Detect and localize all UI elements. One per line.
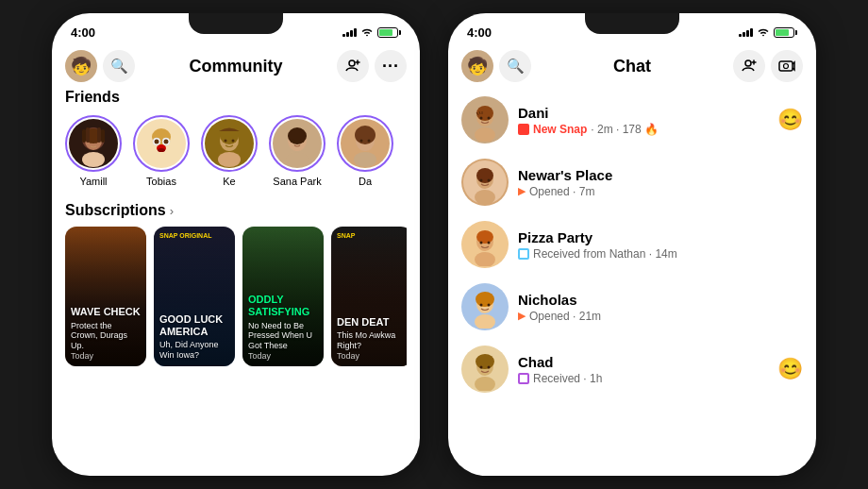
chat-name-dani: Dani [518, 105, 768, 121]
svg-rect-6 [97, 127, 101, 143]
search-button-left[interactable]: 🔍 [103, 50, 135, 82]
add-friend-icon [345, 59, 360, 74]
chat-item-dani[interactable]: Dani New Snap · 2m · 178 🔥 😊 [448, 89, 816, 151]
wifi-icon [360, 27, 374, 38]
svg-point-67 [488, 366, 491, 369]
chat-item-pizza[interactable]: Pizza Party Received from Nathan · 14m [448, 213, 816, 276]
friend-avatar-ring-yamill [65, 115, 122, 172]
subscriptions-arrow-icon: › [170, 204, 174, 218]
sub-card-title-2: GOOD LUCK AMERICA [159, 313, 229, 338]
more-dots-icon: ··· [382, 57, 399, 76]
header-actions-right [733, 50, 803, 82]
svg-point-60 [480, 304, 483, 307]
chat-info-nicholas: Nicholas ▶ Opened · 21m [518, 292, 803, 323]
community-content: Friends [52, 89, 420, 366]
more-button-left[interactable]: ··· [375, 50, 407, 82]
svg-point-10 [82, 152, 105, 167]
friend-avatar-ring-ke [201, 115, 258, 172]
sub-card-good-luck[interactable]: SNAP ORIGINAL GOOD LUCK AMERICA Uh, Did … [154, 227, 235, 366]
svg-point-47 [476, 168, 493, 183]
svg-point-61 [488, 304, 491, 307]
chat-preview-text-newars: Opened · 7m [529, 185, 594, 198]
add-friend-button-left[interactable] [337, 50, 369, 82]
blue-square-icon-pizza [518, 248, 529, 260]
svg-point-30 [286, 152, 309, 167]
chat-avatar-nicholas [461, 283, 509, 330]
sub-card-subtitle-2: Uh, Did Anyone Win Iowa? [159, 340, 229, 361]
sub-card-badge-4: SNAP [337, 232, 355, 239]
chat-preview-pizza: Received from Nathan · 14m [518, 247, 803, 261]
sub-card-oddly[interactable]: ODDLY SATISFYING No Need to Be Pressed W… [242, 227, 324, 366]
friend-avatar-tobias [137, 119, 186, 168]
svg-rect-7 [101, 129, 105, 143]
chat-emoji-dani: 😊 [777, 108, 803, 132]
user-avatar-right[interactable]: 🧒 [461, 50, 493, 82]
svg-point-17 [155, 140, 159, 144]
chat-title: Chat [531, 57, 733, 76]
signal-icon [342, 28, 357, 37]
battery-icon-right [774, 27, 797, 38]
sub-card-bg-3: ODDLY SATISFYING No Need to Be Pressed W… [242, 227, 324, 366]
friend-item-ke[interactable]: Ke [201, 115, 258, 187]
friend-avatar-sana [273, 119, 322, 168]
svg-point-9 [95, 141, 98, 143]
friend-item-sana[interactable]: Sana Park [269, 115, 326, 187]
search-button-right[interactable]: 🔍 [499, 50, 531, 82]
chat-preview-text-nicholas: Opened · 21m [529, 310, 601, 323]
friend-avatar-yamill [69, 119, 118, 168]
svg-rect-4 [82, 129, 86, 143]
subscriptions-header: Subscriptions › [65, 202, 407, 219]
status-icons-right [739, 27, 797, 38]
sub-card-den[interactable]: SNAP DEN DEAT This Mo Awkwa Right? Today [331, 227, 407, 366]
svg-point-36 [745, 60, 751, 66]
chat-avatar-chad [461, 346, 509, 393]
friend-name-sana: Sana Park [273, 176, 321, 187]
friend-name-da: Da [359, 176, 372, 187]
chat-phone: 4:00 🧒 🔍 Chat [448, 13, 816, 476]
svg-point-27 [288, 127, 307, 144]
friend-avatar-da [341, 119, 390, 168]
chat-preview-text-chad: Received · 1h [533, 372, 602, 385]
chat-content: Dani New Snap · 2m · 178 🔥 😊 [448, 89, 816, 400]
battery-icon [377, 27, 401, 38]
svg-point-20 [158, 148, 165, 152]
friend-item-tobias[interactable]: Tobias [133, 115, 190, 187]
sub-card-time-1: Today [71, 351, 141, 361]
camera-button-right[interactable] [771, 50, 803, 82]
sub-card-wave-check[interactable]: WAVE CHECK Protect the Crown, Durags Up.… [65, 227, 146, 366]
orange-arrow-icon-newars: ▶ [518, 185, 526, 197]
chat-avatar-newars [461, 159, 509, 206]
friend-name-tobias: Tobias [146, 176, 176, 187]
friends-row: Yamill [65, 115, 407, 187]
friend-name-ke: Ke [223, 176, 235, 187]
svg-point-23 [225, 140, 227, 143]
chat-name-chad: Chad [518, 354, 768, 370]
orange-arrow-icon-nicholas: ▶ [518, 310, 526, 322]
chat-name-pizza: Pizza Party [518, 229, 803, 245]
friends-label: Friends [65, 89, 407, 106]
friend-item-yamill[interactable]: Yamill [65, 115, 122, 187]
svg-point-55 [488, 242, 491, 244]
user-avatar-left[interactable]: 🧒 [65, 50, 97, 82]
status-icons-left [342, 27, 401, 38]
chat-info-pizza: Pizza Party Received from Nathan · 14m [518, 229, 803, 261]
svg-point-54 [480, 242, 483, 244]
red-square-icon-dani [518, 124, 529, 135]
chat-info-newars: Newar's Place ▶ Opened · 7m [518, 167, 803, 198]
chat-item-newars[interactable]: Newar's Place ▶ Opened · 7m [448, 151, 816, 213]
friend-avatar-ring-da [337, 115, 393, 172]
svg-point-42 [480, 117, 483, 120]
svg-rect-5 [86, 127, 90, 143]
chat-preview-text-pizza: Received from Nathan · 14m [533, 247, 677, 261]
chat-item-nicholas[interactable]: Nicholas ▶ Opened · 21m [448, 276, 816, 338]
friend-item-da[interactable]: Da [337, 115, 393, 187]
chat-item-chad[interactable]: Chad Received · 1h 😊 [448, 338, 816, 400]
svg-point-25 [218, 152, 241, 167]
svg-point-33 [360, 140, 363, 143]
community-title: Community [135, 57, 337, 76]
add-friend-button-right[interactable] [733, 50, 765, 82]
svg-point-18 [164, 140, 169, 144]
chat-emoji-chad: 😊 [777, 357, 803, 381]
sub-card-title-4: DEN DEAT [337, 316, 407, 329]
friend-avatar-ke [205, 119, 254, 168]
